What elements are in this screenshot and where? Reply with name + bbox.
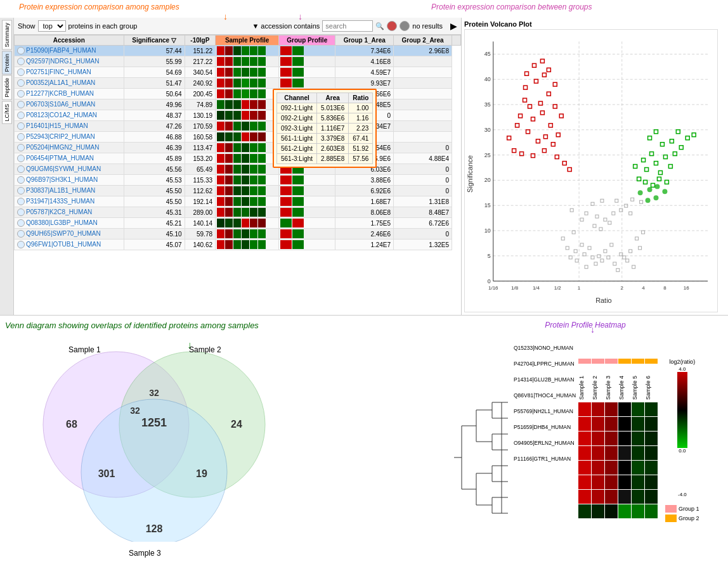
sample-cell-2 bbox=[233, 68, 241, 77]
accession-link[interactable]: Q96B97|SH3K1_HUMAN bbox=[26, 176, 98, 183]
heatmap-cell-2-5 bbox=[645, 432, 658, 445]
svg-rect-44 bbox=[597, 255, 601, 258]
sample-cell-0 bbox=[217, 122, 224, 131]
accession-link[interactable]: Q9UGM6|SYWM_HUMAN bbox=[26, 165, 101, 172]
sample-cell-5 bbox=[258, 132, 266, 141]
col-group2-area[interactable]: Group 2_Area bbox=[394, 35, 452, 46]
protein-table: Accession Significance ▽ -10lgP Sample P… bbox=[14, 35, 461, 250]
significance-cell: 45.50 bbox=[124, 196, 185, 207]
panel-arrow-icon[interactable]: ▶ bbox=[450, 21, 457, 31]
table-row[interactable]: P05204|HMGN2_HUMAN46.39113.477.54E60 bbox=[15, 143, 461, 153]
accession-link[interactable]: P05204|HMGN2_HUMAN bbox=[26, 144, 99, 151]
data-table-wrapper[interactable]: Accession Significance ▽ -10lgP Sample P… bbox=[14, 35, 461, 315]
col-lgp[interactable]: -10lgP bbox=[185, 35, 215, 46]
group1-area-cell: 1.24E7 bbox=[335, 240, 394, 250]
group-profile-cell bbox=[279, 56, 335, 67]
table-row[interactable]: Q96B97|SH3K1_HUMAN45.53115.333.88E60 bbox=[15, 175, 461, 186]
col-group-profile[interactable]: Group Profile bbox=[279, 35, 335, 46]
heatmap-row-2 bbox=[578, 432, 658, 445]
table-row[interactable]: P06703|S10A6_HUMAN49.9674.894.48E5 bbox=[15, 99, 461, 110]
lgp-cell: 289.00 bbox=[185, 207, 215, 218]
accession-link[interactable]: P08123|CO1A2_HUMAN bbox=[26, 112, 97, 118]
accession-link[interactable]: Q08380|LG3BP_HUMAN bbox=[26, 219, 98, 226]
protein-label-4: P55769|NH2L1_HUMAN bbox=[514, 408, 576, 414]
group-cell-1 bbox=[292, 68, 304, 77]
svg-rect-85 bbox=[663, 155, 667, 159]
heatmap-cell-0-4 bbox=[632, 402, 644, 416]
accession-link[interactable]: Q92597|NDRG1_HUMAN bbox=[26, 58, 99, 65]
col-significance[interactable]: Significance ▽ bbox=[124, 35, 185, 46]
table-row[interactable]: Q96FW1|OTUB1_HUMAN45.07140.621.24E71.32E… bbox=[15, 240, 461, 250]
svg-rect-46 bbox=[604, 250, 607, 253]
accession-link[interactable]: P16401|H15_HUMAN bbox=[26, 122, 88, 129]
sample-cell-4 bbox=[250, 229, 257, 238]
gray-circle-btn[interactable] bbox=[400, 21, 410, 31]
accession-link[interactable]: P06703|S10A6_HUMAN bbox=[26, 101, 95, 108]
sample-profile-cell bbox=[216, 164, 279, 175]
svg-rect-76 bbox=[615, 199, 618, 202]
table-row[interactable]: P52943|CRIP2_HUMAN46.88160.58 bbox=[15, 132, 461, 143]
group2-area-cell: 0 bbox=[394, 143, 452, 153]
group-cell-0 bbox=[280, 219, 292, 227]
col-label-s4: Sample 4 bbox=[618, 368, 631, 400]
accession-link[interactable]: P02751|FINC_HUMAN bbox=[26, 68, 91, 75]
table-row[interactable]: Q9UGM6|SYWM_HUMAN45.5665.496.03E60 bbox=[15, 164, 461, 175]
table-row[interactable]: P30837|AL1B1_HUMAN45.50112.626.92E60 bbox=[15, 186, 461, 196]
table-row[interactable]: P02751|FINC_HUMAN54.69340.544.59E7 bbox=[15, 67, 461, 78]
table-row[interactable]: Q92597|NDRG1_HUMAN55.99217.224.16E8 bbox=[15, 56, 461, 67]
sidebar-tab-lcms[interactable]: LC/MS bbox=[2, 101, 12, 124]
table-row[interactable]: P08123|CO1A2_HUMAN48.37130.190 bbox=[15, 110, 461, 121]
table-row[interactable]: P00352|AL1A1_HUMAN51.47240.929.93E7 bbox=[15, 78, 461, 89]
accession-link[interactable]: P00352|AL1A1_HUMAN bbox=[26, 79, 95, 86]
group-cell-0 bbox=[280, 240, 292, 249]
sidebar-tab-summary[interactable]: Summary bbox=[2, 20, 12, 50]
svg-text:Ratio: Ratio bbox=[595, 297, 612, 304]
sidebar-tab-peptide[interactable]: Peptide bbox=[2, 75, 12, 100]
col-scroll bbox=[452, 35, 461, 46]
table-row[interactable]: P15090|FABP4_HUMAN57.44151.227.34E62.96E… bbox=[15, 46, 461, 56]
col-sample-profile[interactable]: Sample Profile bbox=[216, 35, 279, 46]
protein-label-0: Q15233|NONO_HUMAN bbox=[514, 345, 576, 351]
sample-cell-2 bbox=[233, 197, 241, 206]
sample-cell-3 bbox=[242, 229, 249, 238]
significance-cell: 45.10 bbox=[124, 229, 185, 240]
protein-label-7: P11166|GTR1_HUMAN bbox=[514, 456, 576, 462]
accession-link[interactable]: P12277|KCRB_HUMAN bbox=[26, 90, 94, 97]
accession-link[interactable]: P05787|K2C8_HUMAN bbox=[26, 208, 92, 215]
svg-point-102 bbox=[647, 187, 653, 192]
accession-link[interactable]: Q96FW1|OTUB1_HUMAN bbox=[26, 241, 101, 248]
accession-link[interactable]: P52943|CRIP2_HUMAN bbox=[26, 133, 95, 140]
sample-cell-3 bbox=[242, 176, 249, 184]
search-input[interactable] bbox=[322, 20, 373, 32]
group1-bar-s1 bbox=[578, 359, 591, 364]
table-row[interactable]: Q9UH65|SWP70_HUMAN45.1059.782.46E60 bbox=[15, 229, 461, 240]
col-accession[interactable]: Accession bbox=[15, 35, 124, 46]
table-row[interactable]: P12277|KCRB_HUMAN50.64200.454.66E6 bbox=[15, 89, 461, 99]
significance-cell: 45.31 bbox=[124, 207, 185, 218]
sidebar-tab-protein[interactable]: Protein bbox=[2, 51, 12, 75]
svg-text:Significance: Significance bbox=[466, 155, 474, 193]
table-row[interactable]: P05787|K2C8_HUMAN45.31289.008.06E88.48E7 bbox=[15, 207, 461, 218]
sample-cell-3 bbox=[242, 154, 249, 163]
col-group1-area[interactable]: Group 1_Area bbox=[335, 35, 394, 46]
accession-link[interactable]: P06454|PTMA_HUMAN bbox=[26, 155, 94, 162]
accession-link[interactable]: P15090|FABP4_HUMAN bbox=[26, 47, 96, 54]
red-circle-btn[interactable] bbox=[387, 21, 397, 31]
protein-icon bbox=[17, 176, 25, 184]
search-icon[interactable]: 🔍 bbox=[375, 22, 384, 30]
table-row[interactable]: P06454|PTMA_HUMAN45.89153.206.9E64.88E4 bbox=[15, 153, 461, 164]
accession-link[interactable]: P31947|1433S_HUMAN bbox=[26, 198, 94, 205]
sample3-label: Sample 3 bbox=[129, 549, 161, 558]
accession-link[interactable]: P30837|AL1B1_HUMAN bbox=[26, 187, 95, 194]
group-profile-cell bbox=[279, 78, 335, 89]
significance-cell: 48.37 bbox=[124, 110, 185, 121]
svg-rect-48 bbox=[610, 243, 613, 246]
table-row[interactable]: Q08380|LG3BP_HUMAN45.21140.141.75E56.72E… bbox=[15, 218, 461, 229]
top-select[interactable]: top bbox=[38, 20, 66, 32]
lgp-cell: 240.92 bbox=[185, 78, 215, 89]
group-cell-0 bbox=[280, 197, 292, 206]
table-row[interactable]: P31947|1433S_HUMAN45.50192.141.68E71.31E… bbox=[15, 196, 461, 207]
table-row[interactable]: P16401|H15_HUMAN47.26170.592.34E7 bbox=[15, 121, 461, 132]
accession-link[interactable]: Q9UH65|SWP70_HUMAN bbox=[26, 230, 101, 237]
popup-row: 092-3:Light1.116E72.23 bbox=[277, 124, 373, 134]
